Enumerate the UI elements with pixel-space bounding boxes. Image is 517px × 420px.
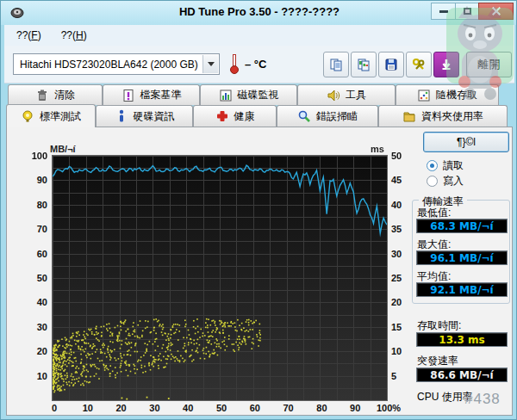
hd-tune-window: HD Tune Pro 3.50 - ????-???? ??(F) ??(H)… [0,0,517,420]
tab-file-benchmark[interactable]: 檔案基準 [103,84,200,105]
tab-random-access[interactable]: 隨機存取 [396,84,499,105]
tab-disk-monitor[interactable]: 磁碟監視 [200,84,297,105]
close-button[interactable] [478,3,514,20]
tab-disk-info[interactable]: 硬碟資訊 [96,105,193,127]
benchmark-icon [21,109,34,123]
thermometer-icon [230,54,239,74]
axis-tick-label: 20 [23,346,47,356]
random-access-icon [417,89,431,102]
benchmark-chart [52,155,388,401]
wrench-icon [412,58,426,71]
axis-tick-label: 100 [23,151,47,161]
exit-button[interactable]: 離開 [466,52,512,77]
copy-image-icon [357,58,371,71]
download-arrow-icon [439,58,453,71]
drive-select-value: Hitachi HDS723020BLA642 (2000 GB) [20,59,198,71]
minimize-icon [439,10,448,13]
axis-tick-label: 40 [391,200,412,210]
axis-tick-label: 15 [391,322,412,332]
health-cross-icon [215,109,229,123]
file-benchmark-icon [121,89,135,102]
axis-tick-label: 60 [238,403,272,413]
close-icon [491,6,501,16]
save-button[interactable] [378,52,404,77]
axis-tick-label: 100% [371,403,406,413]
copy-image-button[interactable] [351,52,377,77]
axis-tick-label: 50 [23,273,47,283]
min-value: 68.3 MB/¬í [416,219,508,233]
trash-icon [35,89,49,102]
tab-erase[interactable]: 清除 [8,84,103,105]
axis-tick-label: 50 [391,151,412,161]
axis-tick-label: 20 [391,297,412,307]
serial-watermark: #438 [464,391,501,408]
options-button[interactable] [406,52,432,77]
temperature-label: – °C [245,58,266,71]
axis-tick-label: 30 [391,249,412,259]
right-axis-unit: ms [371,144,384,154]
tab-error-scan[interactable]: 錯誤掃瞄 [277,105,378,127]
left-axis-unit: MB/¬í [50,144,76,154]
tab-tools[interactable]: 工具 [297,84,396,105]
avg-value: 92.1 MB/¬í [416,282,508,297]
axis-tick-label: 40 [171,403,205,413]
max-value: 96.1 MB/¬í [416,250,508,265]
write-radio[interactable]: 寫入 [427,174,464,188]
axis-tick-label: 25 [391,273,412,283]
axis-tick-label: 90 [338,403,372,413]
magnifier-icon [297,109,311,123]
start-button[interactable]: ¶}©l [423,132,509,152]
axis-tick-label: 40 [23,297,47,307]
copy-text-icon [329,58,343,71]
menu-file[interactable]: ??(F) [9,27,49,44]
access-time-value: 13.3 ms [416,332,508,347]
axis-tick-label: 50 [204,403,239,413]
menu-bar: ??(F) ??(H) [4,25,514,46]
axis-tick-label: 30 [137,403,171,413]
burst-rate-value: 86.6 MB/¬í [416,368,508,382]
copy-text-button[interactable] [323,52,349,77]
download-button[interactable] [433,52,459,77]
speaker-icon [327,89,340,102]
axis-tick-label: 10 [23,371,47,381]
disk-monitor-icon [219,89,233,102]
folder-icon [402,109,416,123]
menu-help[interactable]: ??(H) [53,27,95,44]
axis-tick-label: 20 [104,403,139,413]
axis-tick-label: 30 [23,322,47,332]
axis-tick-label: 35 [391,224,412,234]
save-icon [384,58,398,71]
minimize-button[interactable] [431,3,456,20]
info-icon [115,109,128,123]
axis-tick-label: 80 [304,403,339,413]
title-bar: HD Tune Pro 3.50 - ????-???? [1,1,517,25]
radio-selected-icon [427,160,438,171]
axis-tick-label: 45 [391,175,412,185]
radio-unselected-icon [427,176,438,187]
chevron-down-icon [202,55,218,73]
axis-tick-label: 90 [23,175,47,185]
axis-tick-label: 70 [23,224,47,234]
axis-tick-label: 10 [71,403,105,413]
burst-rate-label: 突發速率 [417,354,458,368]
axis-tick-label: 70 [271,403,306,413]
axis-tick-label: 0 [37,403,72,413]
tab-folder-usage[interactable]: 資料夾使用率 [378,105,508,127]
toolbar: Hitachi HDS723020BLA642 (2000 GB) – °C [4,46,514,83]
tab-health[interactable]: 健康 [193,105,277,127]
maximize-button[interactable] [455,3,479,20]
drive-select[interactable]: Hitachi HDS723020BLA642 (2000 GB) [13,53,220,75]
axis-tick-label: 10 [391,346,412,356]
maximize-icon [464,8,471,15]
axis-tick-label: 60 [23,249,47,259]
read-radio[interactable]: 讀取 [427,158,464,173]
access-time-label: 存取時間: [417,318,461,333]
axis-tick-label: 5 [391,371,412,381]
axis-tick-label: 80 [23,200,47,210]
tab-benchmark[interactable]: 標準測試 [6,104,96,127]
